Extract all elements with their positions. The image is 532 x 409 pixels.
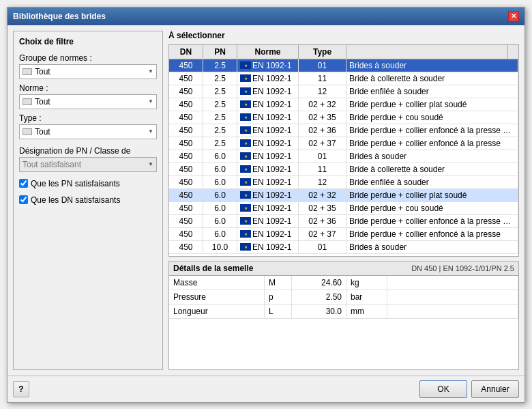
col-pn: PN: [203, 45, 237, 59]
left-panel: Choix de filtre Groupe de normes : Tout …: [13, 31, 163, 370]
cell-norme: ★ EN 1092-1: [237, 241, 299, 253]
table-row[interactable]: 450 6.0 ★ EN 1092-1 02 + 36 Bride perdue…: [169, 215, 518, 228]
bottom-buttons: OK Annuler: [419, 380, 519, 398]
table-row[interactable]: 450 2.5 ★ EN 1092-1 12 Bride enfilée à s…: [169, 85, 518, 98]
eu-flag-icon: ★: [240, 87, 251, 95]
table-row[interactable]: 450 2.5 ★ EN 1092-1 11 Bride à collerett…: [169, 72, 518, 85]
detail-symbol: L: [265, 305, 292, 318]
table-row[interactable]: 450 2.5 ★ EN 1092-1 02 + 35 Bride perdue…: [169, 111, 518, 124]
cell-norme: ★ EN 1092-1: [237, 202, 299, 214]
table-row[interactable]: 450 6.0 ★ EN 1092-1 12 Bride enfilée à s…: [169, 176, 518, 189]
cell-norme: ★ EN 1092-1: [237, 215, 299, 227]
cell-dn: 450: [169, 150, 203, 163]
cell-dn: 450: [169, 189, 203, 201]
norme-label: Norme :: [19, 83, 157, 93]
cell-pn: 6.0: [203, 189, 237, 201]
dialog-body: Choix de filtre Groupe de normes : Tout …: [8, 25, 524, 376]
cell-dn: 450: [169, 98, 203, 111]
cell-pn: 6.0: [203, 202, 237, 214]
norme-color-box: [23, 98, 32, 105]
detail-label: Masse: [169, 276, 265, 290]
table-header: DN PN Norme Type: [169, 45, 518, 59]
cell-desc: Bride perdue + collier plat soudé: [346, 189, 518, 201]
pn-label: Désignation de PN / Classe de: [19, 146, 157, 156]
groupe-select[interactable]: Tout ▼: [19, 64, 157, 79]
bottom-bar: ? OK Annuler: [8, 376, 524, 402]
cell-pn: 2.5: [203, 111, 237, 124]
eu-flag-icon: ★: [240, 178, 251, 186]
details-title: Détails de la semelle: [173, 264, 253, 273]
table-body[interactable]: 450 2.5 ★ EN 1092-1 01 Brides à souder 4…: [169, 59, 518, 256]
detail-extra: [387, 276, 518, 290]
selection-table: DN PN Norme Type 450 2.5 ★ EN 1092-1 01 …: [168, 44, 519, 257]
details-info: DN 450 | EN 1092-1/01/PN 2.5: [411, 264, 514, 272]
cell-norme: ★ EN 1092-1: [237, 72, 299, 85]
detail-extra: [387, 290, 518, 304]
detail-unit: bar: [346, 290, 387, 304]
groupe-color-box: [23, 68, 32, 75]
details-header: Détails de la semelle DN 450 | EN 1092-1…: [169, 262, 518, 276]
cell-type: 01: [299, 59, 346, 72]
table-row[interactable]: 450 6.0 ★ EN 1092-1 02 + 35 Bride perdue…: [169, 202, 518, 215]
norme-dropdown-arrow: ▼: [148, 98, 153, 104]
cell-dn: 450: [169, 163, 203, 175]
cell-desc: Brides à souder: [346, 150, 518, 163]
type-field: Type : Tout ▼: [19, 113, 157, 139]
cell-pn: 6.0: [203, 163, 237, 175]
cell-norme: ★ EN 1092-1: [237, 98, 299, 111]
ok-button[interactable]: OK: [419, 380, 467, 398]
cell-desc: Bride perdue + cou soudé: [346, 202, 518, 214]
check2-checkbox[interactable]: [19, 195, 28, 204]
type-color-box: [23, 128, 32, 135]
type-label: Type :: [19, 113, 157, 123]
type-select[interactable]: Tout ▼: [19, 124, 157, 139]
detail-unit: mm: [346, 305, 387, 318]
norme-select[interactable]: Tout ▼: [19, 94, 157, 109]
main-dialog: Bibliothèque des brides ✕ Choix de filtr…: [7, 7, 525, 403]
cell-norme: ★ EN 1092-1: [237, 111, 299, 124]
cell-norme: ★ EN 1092-1: [237, 150, 299, 163]
cell-norme: ★ EN 1092-1: [237, 124, 299, 137]
cancel-button[interactable]: Annuler: [471, 380, 519, 398]
scrollbar-header: [507, 45, 518, 59]
detail-label: Pressure: [169, 290, 265, 304]
table-row[interactable]: 450 6.0 ★ EN 1092-1 11 Bride à collerett…: [169, 163, 518, 176]
close-button[interactable]: ✕: [508, 11, 519, 22]
table-row[interactable]: 450 6.0 ★ EN 1092-1 02 + 37 Bride perdue…: [169, 228, 518, 241]
cell-dn: 450: [169, 111, 203, 124]
cell-desc: Brides à souder: [346, 59, 518, 72]
cell-desc: Bride perdue + collier enfoncé à la pres…: [346, 124, 518, 137]
help-button[interactable]: ?: [13, 381, 29, 397]
table-row[interactable]: 450 2.5 ★ EN 1092-1 01 Brides à souder: [169, 59, 518, 72]
cell-type: 12: [299, 176, 346, 188]
check1-checkbox[interactable]: [19, 179, 28, 188]
cell-type: 02 + 36: [299, 215, 346, 227]
groupe-dropdown-arrow: ▼: [148, 68, 153, 74]
table-row[interactable]: 450 6.0 ★ EN 1092-1 01 Brides à souder: [169, 150, 518, 163]
pn-field: Désignation de PN / Classe de Tout satis…: [19, 146, 157, 172]
eu-flag-icon: ★: [240, 113, 251, 121]
cell-pn: 2.5: [203, 98, 237, 111]
cell-norme: ★ EN 1092-1: [237, 85, 299, 98]
cell-dn: 450: [169, 85, 203, 98]
cell-desc: Bride à collerette à souder: [346, 163, 518, 175]
cell-type: 11: [299, 163, 346, 175]
details-table: Masse M 24.60 kg Pressure p 2.50 bar Lon…: [169, 276, 518, 369]
table-row[interactable]: 450 2.5 ★ EN 1092-1 02 + 36 Bride perdue…: [169, 124, 518, 137]
table-row[interactable]: 450 10.0 ★ EN 1092-1 01 Brides à souder: [169, 241, 518, 254]
table-row[interactable]: 450 6.0 ★ EN 1092-1 02 + 32 Bride perdue…: [169, 189, 518, 202]
cell-type: 02 + 32: [299, 189, 346, 201]
cell-type: 02 + 35: [299, 111, 346, 124]
cell-dn: 450: [169, 176, 203, 188]
cell-dn: 450: [169, 228, 203, 240]
col-desc: [346, 45, 507, 59]
cell-desc: Bride perdue + collier enfoncé à la pres…: [346, 215, 518, 227]
cell-dn: 450: [169, 241, 203, 253]
cell-desc: Brides à souder: [346, 241, 518, 253]
cell-pn: 6.0: [203, 228, 237, 240]
cell-type: 12: [299, 85, 346, 98]
detail-extra: [387, 305, 518, 318]
table-row[interactable]: 450 2.5 ★ EN 1092-1 02 + 37 Bride perdue…: [169, 137, 518, 150]
cell-type: 02 + 37: [299, 137, 346, 150]
table-row[interactable]: 450 2.5 ★ EN 1092-1 02 + 32 Bride perdue…: [169, 98, 518, 111]
